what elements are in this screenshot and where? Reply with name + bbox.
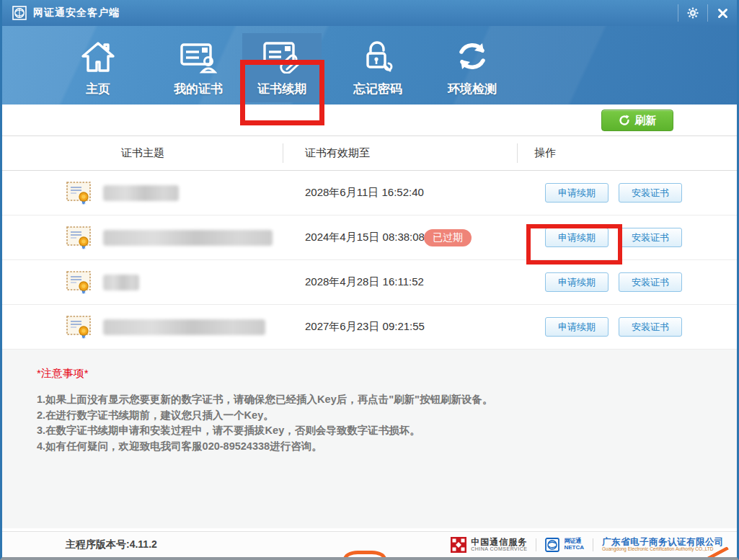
china-comservice-logo: 中国通信服务 CHINA COMSERVICE — [451, 537, 527, 553]
notes-title: *注意事项* — [37, 367, 737, 381]
certificate-renewal-icon — [262, 36, 301, 74]
title-bar: 网证通安全客户端 — [2, 0, 737, 26]
nav-label: 证书续期 — [257, 81, 306, 97]
note-item: 4.如有任何疑问，欢迎致电我司客服020-89524338进行咨询。 — [37, 439, 737, 455]
certificate-icon — [66, 315, 93, 339]
footer: 主程序版本号:4.11.2 中国通信服务 CHINA COMSERVICE — [2, 531, 737, 557]
china-comservice-icon — [451, 537, 466, 553]
expiry-cell: 2027年6月23日 09:21:55 — [283, 305, 518, 349]
nav-item-forgot-password[interactable]: 忘记密码 — [338, 33, 417, 102]
version-label: 主程序版本号:4.11.2 — [66, 538, 157, 551]
install-button[interactable]: 安装证书 — [619, 317, 682, 337]
close-button[interactable] — [708, 0, 737, 26]
redacted-subject — [103, 275, 139, 290]
note-item: 1.如果上面没有显示您要更新的数字证书，请确保您已经插入Key后，再点击"刷新"… — [37, 392, 737, 408]
table-row: 2028年6月11日 16:52:40 申请续期 安装证书 — [2, 171, 737, 215]
note-item: 2.在进行数字证书续期前，建议您只插入一个Key。 — [37, 408, 737, 424]
home-icon — [81, 36, 115, 74]
china-comservice-name: 中国通信服务 — [471, 538, 527, 547]
nav-label: 主页 — [86, 81, 110, 97]
operations-cell: 申请续期 安装证书 — [518, 305, 737, 349]
column-header-expiry: 证书有效期至 — [283, 136, 518, 170]
settings-button[interactable] — [678, 0, 707, 26]
footer-divider — [593, 538, 593, 551]
install-button[interactable]: 安装证书 — [619, 272, 682, 292]
certificate-icon — [66, 226, 93, 250]
install-button[interactable]: 安装证书 — [619, 183, 682, 203]
window-title: 网证通安全客户端 — [33, 6, 120, 19]
subject-cell — [2, 171, 283, 215]
gdca-name-en: Guangdong Electronic Certification Autho… — [602, 547, 724, 552]
environment-check-icon — [455, 36, 490, 74]
notes-section: *注意事项* 1.如果上面没有显示您要更新的数字证书，请确保您已经插入Key后，… — [2, 350, 737, 528]
china-comservice-name-en: CHINA COMSERVICE — [471, 546, 527, 551]
gear-icon — [687, 7, 699, 19]
renew-button[interactable]: 申请续期 — [545, 228, 609, 247]
certificate-icon — [66, 270, 93, 295]
close-icon — [717, 8, 728, 19]
main-nav: 主页 我的证书 — [2, 26, 737, 105]
redacted-subject — [103, 319, 265, 335]
column-header-subject: 证书主题 — [2, 136, 283, 170]
renew-button[interactable]: 申请续期 — [545, 272, 609, 292]
subject-cell — [2, 305, 283, 349]
table-row: 2027年6月23日 09:21:55 申请续期 安装证书 — [2, 305, 737, 350]
expiry-cell: 2028年6月11日 16:52:40 — [283, 171, 518, 215]
note-item: 3.在数字证书续期申请和安装过程中，请不要插拔Key，否则会导致数字证书损坏。 — [37, 423, 737, 439]
table-row: 2024年4月15日 08:38:08 已过期 申请续期 安装证书 — [2, 215, 737, 260]
netca-logo: 网证通 NETCA — [545, 538, 584, 552]
refresh-icon — [619, 115, 630, 126]
footer-divider — [536, 538, 536, 551]
certificate-table: 证书主题 证书有效期至 操作 2028年6月11日 16:52:40 — [2, 136, 737, 350]
subject-cell — [2, 260, 283, 304]
install-button[interactable]: 安装证书 — [619, 228, 682, 247]
netca-icon — [545, 538, 559, 552]
operations-cell: 申请续期 安装证书 — [518, 260, 737, 304]
redacted-subject — [103, 185, 179, 201]
operations-cell: 申请续期 安装证书 — [518, 215, 737, 259]
nav-label: 忘记密码 — [353, 81, 402, 97]
nav-label: 我的证书 — [174, 81, 223, 97]
redacted-subject — [103, 230, 273, 246]
app-window: 网证通安全客户端 — [0, 0, 739, 560]
renew-button[interactable]: 申请续期 — [545, 317, 609, 337]
nav-item-my-certificates[interactable]: 我的证书 — [159, 33, 238, 102]
expired-badge: 已过期 — [424, 229, 472, 246]
operations-cell: 申请续期 安装证书 — [518, 171, 737, 215]
refresh-button[interactable]: 刷新 — [601, 110, 673, 131]
subject-cell — [2, 215, 283, 259]
nav-item-certificate-renewal[interactable]: 证书续期 — [242, 33, 322, 102]
table-header-row: 证书主题 证书有效期至 操作 — [2, 136, 737, 171]
renew-button[interactable]: 申请续期 — [545, 183, 609, 203]
column-header-operation: 操作 — [518, 136, 737, 170]
forgot-password-icon — [360, 36, 395, 74]
my-certificates-icon — [180, 36, 217, 74]
footer-logos: 中国通信服务 CHINA COMSERVICE 网证通 NETCA 广东省电 — [451, 537, 724, 553]
expiry-cell: 2024年4月15日 08:38:08 已过期 — [283, 215, 518, 259]
table-row: 2028年4月28日 16:11:52 申请续期 安装证书 — [2, 260, 737, 305]
nav-label: 环境检测 — [448, 81, 497, 97]
refresh-label: 刷新 — [635, 114, 657, 128]
toolbar: 刷新 — [2, 105, 737, 136]
nav-item-home[interactable]: 主页 — [58, 33, 138, 102]
app-logo-icon — [12, 6, 27, 20]
nav-item-environment-check[interactable]: 环境检测 — [433, 33, 512, 102]
gdca-logo: 广东省电子商务认证有限公司 Guangdong Electronic Certi… — [602, 538, 724, 552]
gdca-name: 广东省电子商务认证有限公司 — [602, 538, 724, 547]
certificate-icon — [66, 181, 93, 205]
netca-name-en: NETCA — [564, 545, 584, 551]
expiry-cell: 2028年4月28日 16:11:52 — [283, 260, 518, 304]
